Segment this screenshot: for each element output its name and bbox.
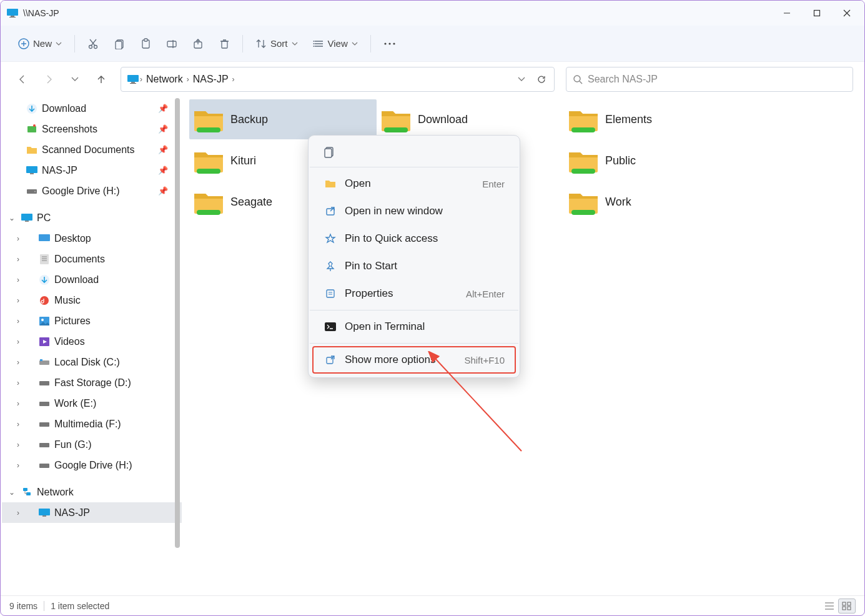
search-input[interactable]	[588, 74, 846, 85]
expand-icon[interactable]: ›	[13, 379, 23, 387]
sidebar-item-documents[interactable]: ›Documents	[2, 249, 182, 269]
pictures-icon	[38, 317, 51, 325]
sidebar-item-download-qa[interactable]: Download📌	[2, 98, 182, 119]
back-button[interactable]	[12, 69, 33, 90]
toolbar: New Sort View	[1, 26, 864, 62]
expand-icon[interactable]: ›	[13, 509, 23, 517]
svg-rect-42	[30, 173, 34, 174]
copy-button[interactable]	[107, 31, 131, 56]
details-view-button[interactable]	[821, 599, 838, 614]
sidebar-item-multimedia[interactable]: ›Multimedia (F:)	[2, 414, 182, 434]
sidebar-item-desktop[interactable]: ›Desktop	[2, 228, 182, 249]
sidebar-item-googledrive[interactable]: ›Google Drive (H:)	[2, 455, 182, 475]
context-pin-start[interactable]: Pin to Start	[312, 252, 516, 280]
context-pin-quick[interactable]: Pin to Quick access	[312, 225, 516, 252]
close-button[interactable]	[832, 3, 862, 23]
maximize-button[interactable]	[802, 3, 832, 23]
expand-icon[interactable]: ›	[13, 276, 23, 284]
context-show-more[interactable]: Show more options Shift+F10	[312, 346, 516, 374]
folder-work[interactable]: Work	[564, 182, 751, 222]
context-open[interactable]: Open Enter	[312, 170, 516, 197]
copy-icon[interactable]	[319, 141, 340, 162]
properties-icon	[324, 288, 337, 299]
drive-icon	[38, 462, 51, 469]
expand-icon[interactable]: ›	[13, 461, 23, 470]
sidebar-item-localdisk[interactable]: ›Local Disk (C:)	[2, 352, 182, 372]
address-bar[interactable]: › Network › NAS-JP ›	[121, 67, 555, 92]
share-button[interactable]	[186, 31, 210, 56]
svg-rect-39	[27, 126, 36, 132]
expand-icon[interactable]: ›	[13, 317, 23, 325]
delete-button[interactable]	[212, 31, 236, 56]
context-open-new-window[interactable]: Open in new window	[312, 197, 516, 225]
sidebar-item-pc[interactable]: ⌄PC	[2, 207, 182, 228]
chevron-down-icon	[292, 42, 298, 46]
svg-rect-88	[848, 602, 851, 605]
folder-download[interactable]: Download	[377, 99, 564, 139]
breadcrumb-root[interactable]: Network	[144, 74, 185, 85]
download-icon	[38, 274, 51, 286]
expand-icon[interactable]: ›	[13, 440, 23, 449]
share-folder-icon	[566, 102, 600, 136]
recent-dropdown[interactable]	[64, 69, 86, 90]
show-more-icon	[324, 354, 337, 365]
address-dropdown[interactable]	[512, 69, 531, 89]
expand-icon[interactable]: ›	[13, 399, 23, 408]
forward-button[interactable]	[38, 69, 59, 90]
new-label: New	[33, 38, 52, 49]
sidebar-item-fun[interactable]: ›Fun (G:)	[2, 434, 182, 455]
expand-icon[interactable]: ›	[13, 337, 23, 346]
rename-button[interactable]	[160, 31, 184, 56]
chevron-right-icon[interactable]: ›	[185, 75, 190, 84]
collapse-icon[interactable]: ⌄	[7, 214, 17, 222]
breadcrumb-child[interactable]: NAS-JP	[190, 74, 231, 85]
share-folder-icon	[192, 185, 225, 219]
context-open-terminal[interactable]: Open in Terminal	[312, 313, 516, 340]
refresh-button[interactable]	[531, 69, 551, 89]
paste-button[interactable]	[134, 31, 157, 56]
sidebar-item-scanned[interactable]: Scanned Documents📌	[2, 139, 182, 160]
folder-public[interactable]: Public	[564, 141, 751, 181]
sidebar-item-download[interactable]: ›Download	[2, 269, 182, 290]
sidebar-item-faststorage[interactable]: ›Fast Storage (D:)	[2, 372, 182, 393]
expand-icon[interactable]: ›	[13, 296, 23, 305]
sidebar-item-network[interactable]: ⌄Network	[2, 482, 182, 502]
sidebar-item-videos[interactable]: ›Videos	[2, 331, 182, 352]
context-properties[interactable]: Properties Alt+Enter	[312, 280, 516, 307]
expand-icon[interactable]: ›	[13, 358, 23, 367]
sidebar-scrollbar[interactable]	[173, 97, 182, 595]
videos-icon	[38, 337, 51, 346]
sidebar-item-googledrive-qa[interactable]: Google Drive (H:)📌	[2, 181, 182, 201]
search-bar[interactable]	[566, 67, 853, 92]
folder-backup[interactable]: Backup	[189, 99, 377, 139]
svg-point-28	[313, 43, 314, 44]
svg-rect-4	[814, 11, 820, 16]
sort-button[interactable]: Sort	[249, 31, 304, 56]
chevron-right-icon[interactable]: ›	[139, 75, 144, 84]
up-button[interactable]	[91, 69, 112, 90]
svg-point-40	[33, 124, 36, 127]
expand-icon[interactable]: ›	[13, 420, 23, 429]
sidebar-item-pictures[interactable]: ›Pictures	[2, 310, 182, 331]
context-separator	[310, 167, 518, 167]
new-button[interactable]: New	[12, 31, 68, 56]
view-button[interactable]: View	[307, 31, 364, 56]
icons-view-button[interactable]	[838, 599, 856, 614]
minimize-button[interactable]	[772, 3, 802, 23]
svg-rect-63	[39, 464, 49, 468]
sidebar-item-nasjp[interactable]: ›NAS-JP	[2, 502, 182, 523]
sidebar-item-nasjp-qa[interactable]: NAS-JP📌	[2, 160, 182, 181]
more-button[interactable]	[377, 31, 402, 56]
cut-button[interactable]	[81, 31, 105, 56]
sidebar-item-work[interactable]: ›Work (E:)	[2, 393, 182, 414]
expand-icon[interactable]: ›	[13, 255, 23, 264]
sidebar-item-music[interactable]: ›Music	[2, 290, 182, 310]
sidebar-item-screenshots[interactable]: Screenshots📌	[2, 119, 182, 139]
network-icon	[21, 487, 33, 497]
collapse-icon[interactable]: ⌄	[7, 488, 17, 497]
folder-elements[interactable]: Elements	[564, 99, 751, 139]
svg-rect-90	[848, 607, 851, 610]
svg-rect-15	[116, 41, 122, 49]
chevron-right-icon[interactable]: ›	[231, 75, 236, 84]
expand-icon[interactable]: ›	[13, 234, 23, 243]
